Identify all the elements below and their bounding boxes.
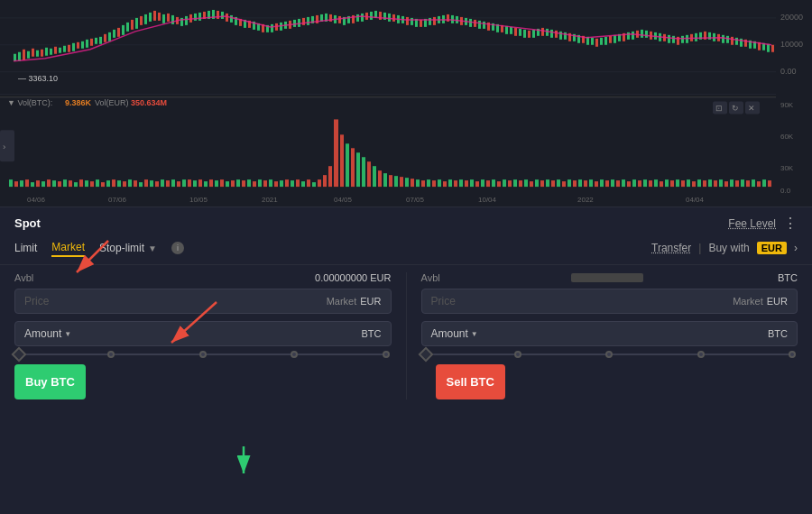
svg-rect-220 bbox=[351, 148, 355, 187]
svg-rect-237 bbox=[269, 179, 272, 187]
info-icon[interactable]: i bbox=[171, 242, 184, 254]
chevron-right-icon[interactable]: › bbox=[794, 242, 798, 254]
svg-rect-99 bbox=[420, 20, 422, 27]
svg-rect-249 bbox=[362, 157, 365, 187]
svg-text:↻: ↻ bbox=[732, 104, 739, 113]
buy-amount-field[interactable] bbox=[71, 327, 361, 340]
svg-rect-35 bbox=[131, 20, 134, 30]
buy-price-input[interactable]: Price Market EUR bbox=[14, 289, 392, 314]
svg-rect-105 bbox=[447, 14, 449, 22]
svg-rect-269 bbox=[470, 179, 474, 187]
svg-text:▼ Vol(BTC):: ▼ Vol(BTC): bbox=[7, 99, 52, 108]
svg-rect-244 bbox=[307, 179, 310, 187]
svg-text:— 3363.10: — 3363.10 bbox=[18, 74, 58, 83]
more-options-icon[interactable]: ⋮ bbox=[783, 215, 798, 232]
svg-rect-127 bbox=[546, 29, 549, 36]
tab-stop-limit[interactable]: Stop-limit bbox=[99, 240, 144, 256]
svg-rect-155 bbox=[672, 36, 675, 43]
sell-avbl-currency: BTC bbox=[778, 272, 798, 283]
svg-rect-256 bbox=[400, 177, 403, 187]
divider: | bbox=[698, 242, 701, 254]
svg-rect-43 bbox=[167, 14, 170, 22]
svg-rect-297 bbox=[622, 179, 625, 187]
svg-rect-124 bbox=[532, 30, 535, 38]
transfer-link[interactable]: Transfer bbox=[651, 242, 691, 254]
sell-amount-currency: BTC bbox=[768, 328, 788, 339]
svg-rect-290 bbox=[584, 180, 587, 187]
svg-rect-20 bbox=[63, 46, 66, 52]
svg-rect-88 bbox=[370, 12, 373, 20]
sell-btc-button[interactable]: Sell BTC bbox=[436, 364, 505, 399]
svg-rect-231 bbox=[236, 179, 240, 187]
buy-btc-button[interactable]: Buy BTC bbox=[14, 364, 86, 399]
svg-rect-279 bbox=[524, 179, 528, 187]
svg-rect-185 bbox=[14, 181, 18, 187]
svg-rect-257 bbox=[405, 178, 409, 187]
buy-amount-input[interactable]: Amount ▼ BTC bbox=[14, 321, 392, 346]
stop-limit-dropdown-icon[interactable]: ▼ bbox=[148, 243, 157, 253]
svg-rect-101 bbox=[429, 18, 431, 25]
svg-rect-310 bbox=[692, 181, 696, 187]
svg-rect-27 bbox=[95, 38, 97, 44]
svg-rect-251 bbox=[373, 166, 376, 187]
svg-rect-142 bbox=[614, 35, 616, 43]
buy-avbl-value: 0.00000000 EUR bbox=[315, 272, 391, 283]
svg-text:10000: 10000 bbox=[780, 40, 803, 49]
tab-market[interactable]: Market bbox=[51, 239, 85, 257]
svg-rect-296 bbox=[616, 180, 620, 187]
svg-rect-34 bbox=[126, 23, 129, 32]
svg-rect-128 bbox=[550, 30, 553, 38]
svg-rect-275 bbox=[503, 179, 506, 187]
svg-rect-203 bbox=[112, 179, 115, 187]
svg-rect-12 bbox=[27, 51, 30, 59]
tab-limit[interactable]: Limit bbox=[14, 240, 37, 256]
svg-rect-200 bbox=[96, 179, 99, 187]
svg-rect-73 bbox=[302, 18, 305, 25]
svg-rect-19 bbox=[59, 48, 61, 53]
sell-amount-input[interactable]: Amount ▼ BTC bbox=[421, 321, 798, 346]
svg-rect-212 bbox=[161, 179, 164, 187]
svg-rect-18 bbox=[54, 47, 57, 54]
buy-amount-label: Amount bbox=[24, 327, 61, 340]
svg-text:›: › bbox=[3, 142, 5, 151]
svg-rect-23 bbox=[77, 42, 79, 49]
svg-rect-38 bbox=[144, 14, 147, 24]
fee-level-link[interactable]: Fee Level bbox=[728, 217, 776, 230]
order-columns: Avbl 0.00000000 EUR Price Market EUR Amo… bbox=[0, 272, 812, 399]
svg-text:30K: 30K bbox=[780, 164, 794, 172]
svg-rect-131 bbox=[564, 32, 567, 40]
buy-amount-dropdown[interactable]: Amount ▼ bbox=[24, 327, 71, 340]
svg-rect-312 bbox=[703, 180, 706, 187]
spot-label: Spot bbox=[14, 216, 41, 230]
svg-rect-120 bbox=[514, 28, 517, 36]
svg-rect-277 bbox=[513, 179, 517, 187]
svg-rect-139 bbox=[600, 38, 603, 45]
svg-rect-294 bbox=[605, 180, 609, 187]
svg-rect-271 bbox=[481, 179, 484, 187]
sell-amount-field[interactable] bbox=[478, 327, 768, 340]
svg-rect-40 bbox=[153, 11, 156, 21]
svg-rect-86 bbox=[361, 14, 364, 22]
svg-rect-30 bbox=[108, 32, 111, 41]
stop-limit-group: Stop-limit ▼ bbox=[99, 240, 157, 256]
svg-rect-221 bbox=[356, 152, 360, 187]
svg-rect-262 bbox=[432, 180, 436, 187]
svg-text:✕: ✕ bbox=[748, 104, 755, 113]
svg-rect-306 bbox=[670, 180, 674, 187]
sell-price-input[interactable]: Price Market EUR bbox=[421, 289, 798, 314]
svg-rect-55 bbox=[221, 12, 224, 19]
svg-rect-22 bbox=[72, 43, 75, 51]
svg-text:07/06: 07/06 bbox=[108, 196, 127, 204]
svg-rect-149 bbox=[645, 31, 648, 38]
svg-rect-187 bbox=[25, 179, 29, 187]
sell-amount-dropdown[interactable]: Amount ▼ bbox=[431, 327, 478, 340]
svg-rect-198 bbox=[85, 180, 88, 187]
svg-rect-265 bbox=[448, 179, 452, 187]
svg-rect-119 bbox=[510, 27, 512, 34]
svg-rect-299 bbox=[632, 179, 636, 187]
buy-with-currency[interactable]: EUR bbox=[757, 242, 787, 254]
buy-slider[interactable] bbox=[14, 353, 392, 355]
svg-rect-324 bbox=[768, 180, 771, 187]
sell-slider[interactable] bbox=[421, 353, 798, 355]
svg-text:04/05: 04/05 bbox=[334, 196, 353, 204]
